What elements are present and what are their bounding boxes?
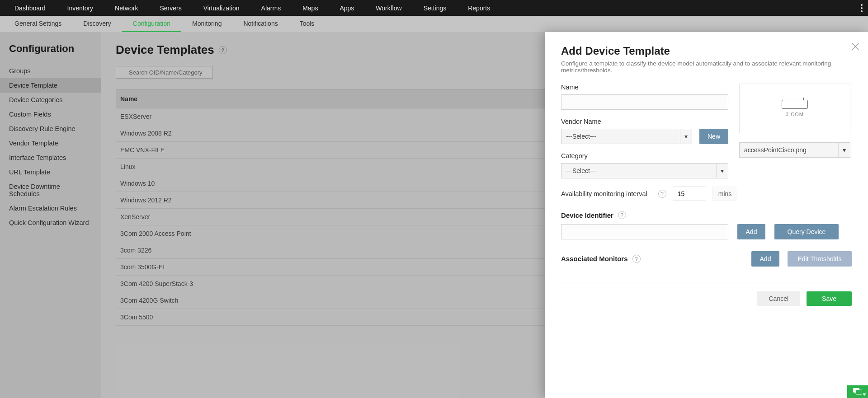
top-nav: Dashboard Inventory Network Servers Virt… [0, 0, 868, 16]
subnav-discovery[interactable]: Discovery [72, 16, 122, 32]
help-icon[interactable]: ? [632, 255, 641, 263]
subnav-tools[interactable]: Tools [289, 16, 326, 32]
help-icon[interactable]: ? [618, 211, 626, 219]
vendor-select[interactable]: ---Select--- ▾ [561, 129, 692, 144]
chevron-down-icon: ▾ [716, 164, 728, 178]
topnav-network[interactable]: Network [104, 0, 149, 16]
topnav-settings[interactable]: Settings [413, 0, 458, 16]
chevron-down-icon: ▾ [838, 143, 850, 157]
subnav-monitoring[interactable]: Monitoring [181, 16, 232, 32]
topnav-alarms[interactable]: Alarms [250, 0, 292, 16]
svg-point-0 [861, 4, 863, 6]
topnav-inventory[interactable]: Inventory [57, 0, 104, 16]
vendor-label: Vendor Name [561, 118, 728, 125]
category-label: Category [561, 152, 728, 159]
device-identifier-input[interactable] [561, 224, 728, 239]
more-menu-icon[interactable] [861, 0, 863, 16]
avail-unit: mins [712, 187, 738, 201]
query-device-button[interactable]: Query Device [774, 224, 839, 239]
associated-monitors-label: Associated Monitors ? [561, 255, 641, 263]
category-select[interactable]: ---Select--- ▾ [561, 163, 728, 178]
svg-point-2 [861, 10, 863, 12]
chevron-down-icon [863, 393, 866, 396]
topnav-dashboard[interactable]: Dashboard [4, 0, 57, 16]
device-identifier-label: Device Identifier ? [561, 211, 626, 219]
topnav-reports[interactable]: Reports [457, 0, 501, 16]
device-icon-brand: 3 COM [786, 112, 804, 117]
name-label: Name [561, 84, 728, 91]
topnav-apps[interactable]: Apps [329, 0, 365, 16]
router-icon [782, 100, 808, 109]
add-device-template-panel: Add Device Template Configure a template… [545, 32, 868, 398]
panel-title: Add Device Template [561, 45, 852, 57]
avail-label: Availability monitoring interval [561, 190, 647, 197]
topnav-servers[interactable]: Servers [149, 0, 192, 16]
device-icon-preview: 3 COM [739, 84, 850, 133]
topnav-workflow[interactable]: Workflow [365, 0, 412, 16]
chat-widget[interactable] [847, 385, 868, 398]
subnav-notifications[interactable]: Notifications [232, 16, 288, 32]
add-identifier-button[interactable]: Add [737, 224, 765, 239]
edit-thresholds-button[interactable]: Edit Thresholds [788, 251, 852, 267]
topnav-virtualization[interactable]: Virtualization [193, 0, 250, 16]
new-vendor-button[interactable]: New [699, 129, 728, 144]
chevron-down-icon: ▾ [680, 129, 692, 144]
add-monitor-button[interactable]: Add [751, 251, 779, 267]
icon-file-select[interactable]: accessPointCisco.png ▾ [739, 142, 850, 158]
subnav-configuration[interactable]: Configuration [122, 16, 181, 32]
svg-rect-8 [856, 390, 862, 394]
cancel-button[interactable]: Cancel [757, 291, 800, 306]
panel-description: Configure a template to classify the dev… [561, 60, 852, 74]
help-icon[interactable]: ? [658, 190, 666, 198]
name-input[interactable] [561, 94, 728, 110]
sub-nav: General Settings Discovery Configuration… [0, 16, 868, 32]
save-button[interactable]: Save [807, 291, 852, 306]
avail-interval-input[interactable] [673, 187, 706, 201]
close-icon[interactable] [851, 42, 860, 53]
svg-point-1 [861, 7, 863, 9]
subnav-general-settings[interactable]: General Settings [4, 16, 72, 32]
topnav-maps[interactable]: Maps [292, 0, 329, 16]
